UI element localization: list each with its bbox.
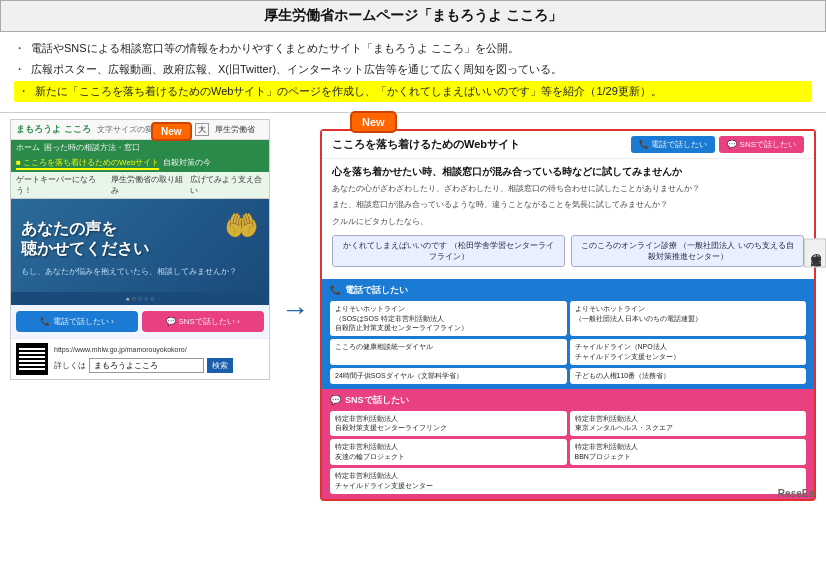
right-box-text-1: あなたの心がざわざわしたり、ざわざわしたり、相談窓口の待ち合わせに試したことがあ… xyxy=(332,183,804,196)
search-row: 詳しくは 検索 xyxy=(54,358,233,373)
page-wrapper: 厚生労働省ホームページ「まもろうよ こころ」 ・ 電話やSNSによる相談窓口等の… xyxy=(0,0,826,507)
search-label: 詳しくは xyxy=(54,360,86,371)
mockup-logo: まもろうよ こころ xyxy=(16,123,91,136)
sns-grid: 特定非営利活動法人自殺対策支援センターライフリンク 特定非営利活動法人東京メンタ… xyxy=(330,411,806,494)
heart-icon: 🤲 xyxy=(224,209,259,242)
mockup-buttons: 📞 電話で話したい › 💬 SNSで話したい › xyxy=(11,305,269,338)
right-box-header: こころを落ち着けるためのWebサイト 📞 電話で話したい 💬 SNSで話したい xyxy=(322,131,814,159)
page-header: 厚生労働省ホームページ「まもろうよ こころ」 xyxy=(0,0,826,32)
mockup-header: まもろうよ こころ 文字サイズの変更 標準 大 厚生労働省 xyxy=(11,120,269,140)
qr-inner xyxy=(19,346,45,372)
nav-calm[interactable]: ■ こころを落ち着けるためのWebサイト xyxy=(16,157,159,170)
bullet-dot-3: ・ xyxy=(18,83,29,100)
right-box-actions: 📞 電話で話したい 💬 SNSで話したい xyxy=(631,136,804,153)
subnav-2[interactable]: 厚生労働省の取り組み xyxy=(111,174,185,196)
right-box-content: 心を落ち着かせたい時、相談窓口が混み合っている時などに試してみませんか あなたの… xyxy=(322,159,814,279)
bullet-dot-2: ・ xyxy=(14,61,25,78)
right-sns-button[interactable]: 💬 SNSで話したい xyxy=(719,136,804,153)
sns-section: 💬 SNSで話したい 特定非営利活動法人自殺対策支援センターライフリンク 特定非… xyxy=(322,389,814,499)
subnav-1[interactable]: ゲートキーパーになろう！ xyxy=(16,174,105,196)
sns-icon: 💬 xyxy=(330,395,341,405)
right-panel: New こころを落ち着けるためのWebサイト 📞 電話で話したい 💬 SNSで話… xyxy=(320,119,816,501)
sns-item-2: 特定非営利活動法人東京メンタルヘルス・スクエア xyxy=(570,411,807,437)
nav-policy[interactable]: 自殺対策の今 xyxy=(163,157,211,170)
arrow-right-icon: → xyxy=(281,294,309,326)
qr-info: https://www.mhlw.go.jp/mamorouyokokoro/ … xyxy=(54,345,233,373)
subnav-3[interactable]: 広げてみよう支え合い xyxy=(190,174,264,196)
phone-item-6: 子どもの人権110番（法務省） xyxy=(570,368,807,384)
right-box-buttons: かくれてしまえばいいのです （松田学舎学習センターライフライン） このころのオン… xyxy=(332,235,804,267)
phone-button[interactable]: 📞 電話で話したい › xyxy=(16,311,138,332)
mockup-nav-sub: ゲートキーパーになろう！ 厚生労働省の取り組み 広げてみよう支え合い xyxy=(11,172,269,199)
mockup-qr: https://www.mhlw.go.jp/mamorouyokokoro/ … xyxy=(11,338,269,379)
qr-code xyxy=(16,343,48,375)
header-title: 厚生労働省ホームページ「まもろうよ こころ」 xyxy=(264,7,562,23)
bullet-highlight-1: 「まもろうよ こころ」 xyxy=(362,42,475,54)
bullet-2: ・ 広報ポスター、広報動画、政府広報、X(旧Twitter)、インターネット広告… xyxy=(14,61,812,78)
phone-item-4: チャイルドライン（NPO法人チャイルドライン支援センター） xyxy=(570,339,807,365)
mockup-nav: ホーム 困った時の相談方法・窓口 ■ こころを落ち着けるためのWebサイト 自殺… xyxy=(11,140,269,172)
hero-subtitle: もし、あなたが悩みを抱えていたら、相談してみませんか？ xyxy=(21,266,259,277)
bullet-text-3: 新たに「こころを落ち着けるためのWebサイト」のページを作成し、「かくれてしまえ… xyxy=(35,83,662,100)
sns-button[interactable]: 💬 SNSで話したい › xyxy=(142,311,264,332)
right-content-box: こころを落ち着けるためのWebサイト 📞 電話で話したい 💬 SNSで話したい … xyxy=(320,129,816,501)
side-label: 迷惑電話の xyxy=(804,239,826,268)
phone-grid: よりそいホットライン（SOSはSOS 特定非営利活動法人自殺防止対策支援センター… xyxy=(330,301,806,384)
search-input[interactable] xyxy=(89,358,204,373)
bullet-text-1: 電話やSNSによる相談窓口等の情報をわかりやすくまとめたサイト「まもろうよ ここ… xyxy=(31,40,519,57)
phone-item-3: こころの健康相談統一ダイヤル xyxy=(330,339,567,365)
sns-section-label: SNSで話したい xyxy=(345,394,409,407)
phone-item-1: よりそいホットライン（SOSはSOS 特定非営利活動法人自殺防止対策支援センター… xyxy=(330,301,567,336)
new-badge-right: New xyxy=(350,111,397,133)
website-mockup: New まもろうよ こころ 文字サイズの変更 標準 大 厚生労働省 ホーム 困っ… xyxy=(10,119,270,381)
phone-section-title: 📞 電話で話したい xyxy=(330,284,806,297)
dots-indicator: ● ○ ○ ○ ○ xyxy=(11,292,269,305)
sns-item-4: 特定非営利活動法人BBNプロジェクト xyxy=(570,439,807,465)
phone-item-5: 24時間子供SOSダイヤル（文部科学省） xyxy=(330,368,567,384)
left-panel: New まもろうよ こころ 文字サイズの変更 標準 大 厚生労働省 ホーム 困っ… xyxy=(10,119,270,501)
mockup-hero: あなたの声を聴かせてください 🤲 もし、あなたが悩みを抱えていたら、相談してみま… xyxy=(11,199,269,293)
mini-btn-1[interactable]: かくれてしまえばいいのです （松田学舎学習センターライフライン） xyxy=(332,235,565,267)
phone-section-label: 電話で話したい xyxy=(345,284,408,297)
right-phone-button[interactable]: 📞 電話で話したい xyxy=(631,136,715,153)
url-label: https://www.mhlw.go.jp/mamorouyokokoro/ xyxy=(54,345,233,355)
bullet-1: ・ 電話やSNSによる相談窓口等の情報をわかりやすくまとめたサイト「まもろうよ … xyxy=(14,40,812,57)
right-box-text-2: また、相談窓口が混み合っているような時、違うことながることを気長に試してみません… xyxy=(332,199,804,212)
mini-btn-2[interactable]: このころのオンライン診療 （一般社団法人 いのち支える自殺対策推進センター） xyxy=(571,235,804,267)
phone-item-2: よりそいホットライン（一般社団法人 日本いのちの電話連盟） xyxy=(570,301,807,336)
right-box-text-3: クルルにビタカしたなら、 xyxy=(332,216,804,229)
phone-section: 📞 電話で話したい よりそいホットライン（SOSはSOS 特定非営利活動法人自殺… xyxy=(322,279,814,389)
bullet-3: ・ 新たに「こころを落ち着けるためのWebサイト」のページを作成し、「かくれてし… xyxy=(14,81,812,102)
phone-icon: 📞 xyxy=(330,285,341,295)
watermark: ReseEa xyxy=(778,488,814,499)
gov-label: 厚生労働省 xyxy=(215,124,255,135)
nav-home[interactable]: ホーム xyxy=(16,142,40,153)
search-button[interactable]: 検索 xyxy=(207,358,233,373)
new-badge-left: New xyxy=(151,122,192,141)
arrow-container: → xyxy=(280,119,310,501)
sns-item-5: 特定非営利活動法人チャイルドライン支援センター xyxy=(330,468,806,494)
right-box-title: こころを落ち着けるためのWebサイト xyxy=(332,137,520,152)
bullets-section: ・ 電話やSNSによる相談窓口等の情報をわかりやすくまとめたサイト「まもろうよ … xyxy=(0,32,826,113)
nav-consult[interactable]: 困った時の相談方法・窓口 xyxy=(44,142,140,153)
bullet-text-2: 広報ポスター、広報動画、政府広報、X(旧Twitter)、インターネット広告等を… xyxy=(31,61,562,78)
sns-item-3: 特定非営利活動法人友達の輪プロジェクト xyxy=(330,439,567,465)
right-box-subtitle: 心を落ち着かせたい時、相談窓口が混み合っている時などに試してみませんか xyxy=(332,165,804,179)
font-btn-large[interactable]: 大 xyxy=(195,123,209,136)
main-content: New まもろうよ こころ 文字サイズの変更 標準 大 厚生労働省 ホーム 困っ… xyxy=(0,113,826,507)
sns-item-1: 特定非営利活動法人自殺対策支援センターライフリンク xyxy=(330,411,567,437)
bullet-dot-1: ・ xyxy=(14,40,25,57)
sns-section-title: 💬 SNSで話したい xyxy=(330,394,806,407)
